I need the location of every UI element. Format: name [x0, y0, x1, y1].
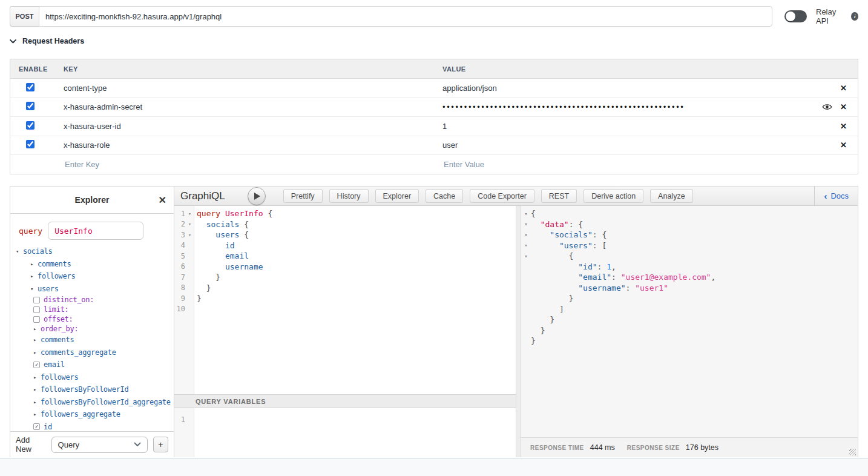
tree-field-comments-aggregate[interactable]: ▸comments_aggregate — [10, 346, 174, 359]
close-icon[interactable]: ✕ — [159, 194, 166, 206]
tree-field-followers[interactable]: ▸followers — [10, 270, 174, 283]
query-name-input[interactable] — [48, 222, 143, 240]
header-key[interactable]: x-hasura-user-id — [55, 122, 434, 131]
enable-checkbox[interactable] — [26, 83, 35, 91]
graphiql-main: GraphiQL Prettify History Explorer Cache… — [174, 187, 858, 457]
graphql-endpoint-input[interactable] — [39, 6, 772, 27]
tree-field-followers-aggregate[interactable]: ▸followers_aggregate — [10, 408, 174, 421]
cache-button[interactable]: Cache — [426, 189, 463, 203]
response-line: ▾ { — [521, 251, 858, 262]
tree-field-followers-nested[interactable]: ▸followers — [10, 371, 174, 384]
code-exporter-button[interactable]: Code Exporter — [470, 189, 534, 203]
code-line: 5 email — [174, 251, 516, 262]
checkbox-checked-icon[interactable]: ✓ — [33, 423, 40, 430]
derive-action-button[interactable]: Derive action — [584, 189, 643, 203]
tree-arg-offset[interactable]: offset: — [10, 314, 174, 324]
relay-api-toggle[interactable] — [784, 10, 807, 22]
new-header-key-input[interactable] — [64, 159, 415, 170]
add-new-type-select[interactable]: Query — [51, 437, 148, 453]
header-value[interactable]: 1 — [442, 122, 447, 131]
chevron-collapsed-icon: ▸ — [30, 273, 38, 279]
checkbox-checked-icon[interactable]: ✓ — [33, 362, 40, 368]
fold-arrow-icon[interactable]: ▾ — [521, 211, 531, 217]
header-row-role: x-hasura-role user ✕ — [10, 136, 858, 156]
explorer-panel: Explorer ✕ query ▾socials ▸comments ▸fol… — [10, 187, 174, 457]
chevron-collapsed-icon: ▸ — [33, 411, 41, 417]
reveal-secret-eye-icon[interactable] — [822, 103, 832, 111]
resize-grip-icon[interactable] — [849, 449, 856, 455]
header-key[interactable]: content-type — [55, 84, 434, 93]
chevron-collapsed-icon: ▸ — [33, 374, 41, 380]
table-header-row: ENABLE KEY VALUE — [10, 59, 858, 79]
explorer-header: Explorer ✕ — [10, 187, 174, 214]
fold-arrow-icon[interactable]: ▾ — [185, 211, 194, 217]
docs-button[interactable]: ‹ Docs — [814, 187, 858, 206]
tree-field-comments[interactable]: ▸comments — [10, 258, 174, 271]
remove-header-icon[interactable]: ✕ — [840, 141, 847, 149]
fold-arrow-icon[interactable]: ▾ — [521, 253, 531, 259]
header-value[interactable]: user — [442, 140, 458, 150]
remove-header-icon[interactable]: ✕ — [840, 103, 847, 111]
fold-arrow-icon[interactable]: ▾ — [521, 242, 531, 248]
checkbox-unchecked-icon[interactable] — [33, 297, 40, 303]
remove-header-icon[interactable]: ✕ — [840, 122, 847, 130]
explorer-footer: Add New Query + — [10, 431, 174, 457]
header-value[interactable]: application/json — [442, 84, 497, 93]
graphiql-title: GraphiQL — [180, 190, 225, 202]
tree-field-id[interactable]: ✓id — [10, 421, 174, 432]
header-key[interactable]: x-hasura-admin-secret — [55, 102, 434, 111]
enable-checkbox[interactable] — [26, 102, 35, 110]
response-line: ▾ "users": [ — [521, 240, 858, 251]
chevron-collapsed-icon: ▸ — [30, 261, 38, 267]
response-viewer[interactable]: ▾{ ▾ "data": { ▾ "socials": { ▾ "users":… — [521, 206, 858, 437]
response-line: "email": "user1@example.com", — [521, 272, 858, 283]
explorer-tree: ▾socials ▸comments ▸followers ▾users dis… — [10, 243, 174, 431]
tree-field-email[interactable]: ✓email — [10, 359, 174, 371]
graphiql-body: 1▾query UserInfo { 2▾ socials { 3▾ users… — [174, 206, 858, 457]
chevron-collapsed-icon: ▸ — [33, 326, 41, 332]
fold-arrow-icon[interactable]: ▾ — [185, 232, 194, 238]
query-editor[interactable]: 1▾query UserInfo { 2▾ socials { 3▾ users… — [174, 206, 516, 394]
info-icon[interactable]: i — [851, 12, 858, 21]
enable-checkbox[interactable] — [26, 140, 35, 148]
col-header-key: KEY — [55, 65, 434, 73]
remove-header-icon[interactable]: ✕ — [840, 84, 847, 92]
fold-arrow-icon[interactable]: ▾ — [521, 232, 531, 238]
response-time-label: RESPONSE TIME — [530, 445, 584, 451]
tree-field-socials[interactable]: ▾socials — [10, 245, 174, 258]
header-key[interactable]: x-hasura-role — [55, 140, 434, 150]
enable-checkbox[interactable] — [26, 121, 35, 130]
fold-arrow-icon[interactable]: ▾ — [521, 221, 531, 227]
execute-query-button[interactable] — [248, 187, 266, 205]
query-variables-toggle[interactable]: QUERY VARIABLES — [174, 394, 516, 408]
analyze-button[interactable]: Analyze — [650, 189, 692, 203]
tree-field-comments-nested[interactable]: ▸comments — [10, 334, 174, 346]
request-headers-section-toggle[interactable]: Request Headers — [10, 37, 84, 45]
response-line: } — [521, 325, 858, 336]
new-header-row — [10, 155, 858, 174]
checkbox-unchecked-icon[interactable] — [33, 316, 40, 323]
prettify-button[interactable]: Prettify — [283, 189, 323, 203]
add-new-label: Add New — [16, 435, 46, 454]
http-method-button[interactable]: POST — [10, 6, 39, 27]
explorer-button[interactable]: Explorer — [375, 189, 419, 203]
tree-arg-order-by[interactable]: ▸order_by: — [10, 324, 174, 334]
tree-arg-distinct-on[interactable]: distinct_on: — [10, 295, 174, 305]
pane-resize-handle[interactable] — [516, 206, 521, 457]
query-variables-editor[interactable]: 1 — [174, 408, 516, 457]
tree-arg-limit[interactable]: limit: — [10, 305, 174, 314]
rest-button[interactable]: REST — [541, 189, 577, 203]
masked-header-value[interactable]: ••••••••••••••••••••••••••••••••••••••••… — [442, 102, 685, 111]
tree-field-followersByFollowerId-aggregate[interactable]: ▸followersByFollowerId_aggregate — [10, 396, 174, 409]
code-line: 8 } — [174, 283, 516, 294]
tree-field-users[interactable]: ▾users — [10, 283, 174, 296]
checkbox-unchecked-icon[interactable] — [33, 306, 40, 313]
new-header-value-input[interactable] — [442, 159, 827, 170]
fold-arrow-icon[interactable]: ▾ — [185, 221, 194, 227]
add-operation-button[interactable]: + — [153, 437, 168, 452]
tree-field-followersByFollowerId[interactable]: ▸followersByFollowerId — [10, 383, 174, 396]
query-editor-pane[interactable]: 1▾query UserInfo { 2▾ socials { 3▾ users… — [174, 206, 516, 457]
history-button[interactable]: History — [329, 189, 369, 203]
page-background-strip — [0, 458, 868, 476]
code-line: 7 } — [174, 272, 516, 283]
